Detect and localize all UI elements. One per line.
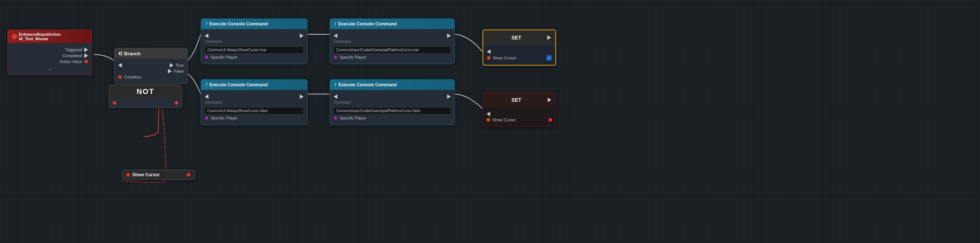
exec1-specific-player-row: Specific Player	[205, 55, 304, 59]
set-node-2: SET Show Cursor	[482, 92, 556, 127]
set1-exec-row	[487, 50, 552, 54]
exec-console-cmd-3-node: f Execute Console Command Command Specif…	[329, 18, 455, 64]
exec2-command-label: Command	[205, 100, 222, 104]
branch-icon: ⑆	[119, 51, 122, 56]
branch-condition-label: Condition	[124, 75, 141, 79]
set2-out-pin	[548, 98, 551, 102]
set2-value-row: Show Cursor	[487, 118, 552, 122]
exec2-f-icon: f	[205, 82, 207, 88]
chevron-down-icon: ⌄	[11, 65, 88, 72]
triggered-label: Triggered	[11, 48, 82, 52]
set1-checkbox: ✓	[547, 55, 552, 61]
exec3-specific-player-row: Specific Player	[334, 55, 451, 59]
set2-title: SET	[509, 95, 523, 105]
set1-body: Show Cursor ✓	[483, 45, 555, 65]
branch-condition-row: Condition	[118, 75, 184, 79]
exec3-command-input[interactable]	[334, 46, 451, 53]
exec3-player-pin	[334, 55, 337, 59]
exec1-f-icon: f	[205, 21, 207, 27]
exec1-command-row: Command	[205, 40, 304, 53]
triggered-row: Triggered	[11, 48, 88, 52]
exec3-command-label: Command	[334, 40, 351, 43]
exec2-body: Command Specific Player	[201, 90, 307, 125]
exec4-specific-player-row: Specific Player	[334, 116, 451, 120]
branch-body: True False Condition	[115, 59, 188, 84]
exec1-title: Execute Console Command	[210, 21, 268, 27]
branch-false-row: False	[118, 69, 184, 74]
show-cursor-btn-label: Show Cursor	[132, 172, 160, 177]
exec3-header: f Execute Console Command	[330, 19, 455, 29]
exec2-command-input[interactable]	[205, 107, 304, 114]
branch-exec-in-pin	[118, 63, 122, 67]
set2-output-pin	[548, 118, 552, 122]
set2-exec-row	[487, 112, 552, 116]
exec4-command-row: Command	[334, 100, 451, 114]
exec1-player-pin	[205, 55, 208, 59]
exec3-body: Command Specific Player	[330, 29, 455, 64]
set1-out-pin	[547, 35, 551, 40]
triggered-pin	[84, 48, 88, 52]
exec4-title: Execute Console Command	[339, 82, 397, 87]
exec2-header: f Execute Console Command	[201, 80, 307, 90]
set2-in-exec	[487, 112, 490, 116]
diamond-icon	[11, 34, 18, 40]
set2-label: Show Cursor	[492, 118, 545, 122]
exec1-body: Command Specific Player	[201, 29, 307, 64]
exec4-out-pin	[447, 94, 451, 99]
input-action-title: EnhancedInputAction IA_Test_Mouse	[19, 32, 87, 41]
not-output-pin	[175, 101, 178, 105]
branch-node: ⑆ Branch True False Condition	[114, 48, 188, 84]
input-action-header: EnhancedInputAction IA_Test_Mouse	[8, 30, 92, 43]
not-node: NOT	[109, 85, 182, 108]
not-body	[109, 98, 182, 108]
set-node-1: SET Show Cursor ✓	[482, 29, 556, 66]
exec4-command-input[interactable]	[334, 107, 451, 114]
exec2-player-pin	[205, 116, 208, 120]
set1-title: SET	[509, 32, 523, 43]
action-value-row: Action Value	[11, 59, 88, 64]
branch-false-label: False	[174, 69, 184, 74]
exec4-f-icon: f	[334, 82, 336, 88]
set2-header: SET	[483, 93, 556, 107]
exec3-in-pin	[334, 34, 337, 38]
exec1-exec-row	[205, 34, 304, 38]
exec-console-cmd-1-node: f Execute Console Command Command Specif…	[201, 18, 307, 64]
not-title: NOT	[137, 87, 154, 96]
exec4-command-label: Command	[334, 100, 351, 104]
exec4-in-pin	[334, 94, 337, 99]
exec3-f-icon: f	[334, 21, 336, 27]
set1-in-exec	[487, 50, 490, 54]
show-cursor-button-node[interactable]: Show Cursor	[121, 169, 195, 180]
branch-title: Branch	[124, 51, 141, 56]
exec2-specific-player-row: Specific Player	[205, 116, 304, 120]
exec3-command-row: Command	[334, 40, 451, 53]
input-action-body: Triggered Completed Action Value ⌄	[8, 43, 92, 75]
exec2-title: Execute Console Command	[210, 82, 268, 87]
completed-pin	[84, 53, 88, 58]
exec4-header: f Execute Console Command	[330, 80, 455, 90]
exec2-command-row: Command	[205, 100, 304, 114]
enhanced-input-action-node: EnhancedInputAction IA_Test_Mouse Trigge…	[7, 29, 92, 75]
exec1-out-pin	[300, 34, 304, 38]
not-header: NOT	[109, 85, 182, 98]
show-cursor-btn-header: Show Cursor	[122, 170, 195, 179]
not-input-pin	[113, 101, 116, 105]
completed-row: Completed	[11, 53, 88, 58]
set2-value-pin	[487, 118, 490, 122]
set1-value-pin	[487, 56, 490, 60]
exec3-specific-player-label: Specific Player	[340, 55, 366, 59]
exec2-in-pin	[205, 94, 208, 99]
branch-condition-pin	[118, 75, 122, 79]
exec2-out-pin	[300, 94, 304, 99]
exec-console-cmd-4-node: f Execute Console Command Command Specif…	[329, 79, 455, 125]
set1-value-row: Show Cursor ✓	[487, 55, 552, 61]
exec1-specific-player-label: Specific Player	[211, 55, 237, 59]
exec1-in-pin	[205, 34, 208, 38]
exec4-exec-row	[334, 94, 451, 99]
action-value-label: Action Value	[11, 59, 82, 64]
branch-header: ⑆ Branch	[115, 48, 188, 59]
exec1-command-input[interactable]	[205, 46, 304, 53]
branch-true-pin	[170, 63, 173, 67]
exec2-exec-row	[205, 94, 304, 99]
set1-header: SET	[483, 30, 555, 45]
